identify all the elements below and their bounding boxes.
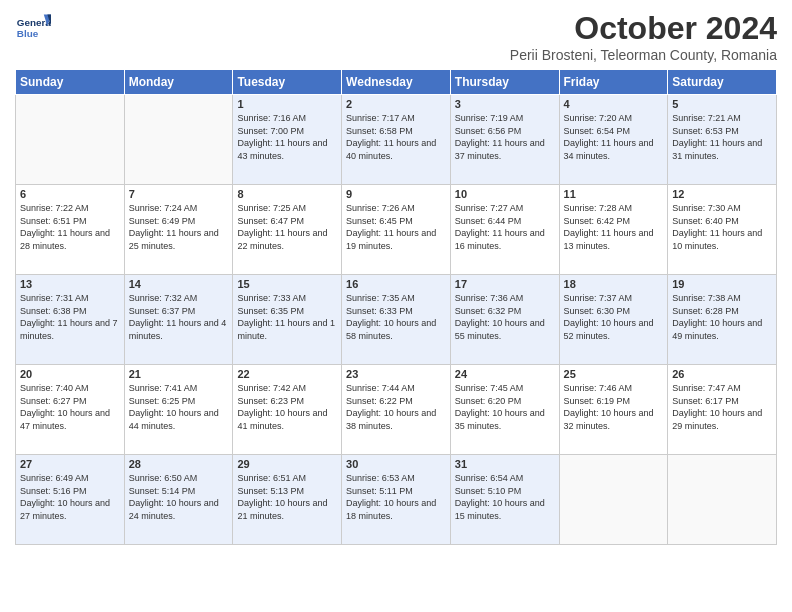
calendar: SundayMondayTuesdayWednesdayThursdayFrid… [15, 69, 777, 545]
calendar-cell: 27Sunrise: 6:49 AMSunset: 5:16 PMDayligh… [16, 455, 125, 545]
day-info: Sunrise: 6:54 AMSunset: 5:10 PMDaylight:… [455, 472, 555, 522]
day-info: Sunrise: 7:26 AMSunset: 6:45 PMDaylight:… [346, 202, 446, 252]
day-of-week-thursday: Thursday [450, 70, 559, 95]
calendar-week-row: 1Sunrise: 7:16 AMSunset: 7:00 PMDaylight… [16, 95, 777, 185]
day-info: Sunrise: 7:22 AMSunset: 6:51 PMDaylight:… [20, 202, 120, 252]
day-number: 10 [455, 188, 555, 200]
day-number: 26 [672, 368, 772, 380]
calendar-cell: 24Sunrise: 7:45 AMSunset: 6:20 PMDayligh… [450, 365, 559, 455]
calendar-cell [668, 455, 777, 545]
calendar-cell: 30Sunrise: 6:53 AMSunset: 5:11 PMDayligh… [342, 455, 451, 545]
day-info: Sunrise: 7:32 AMSunset: 6:37 PMDaylight:… [129, 292, 229, 342]
calendar-cell: 22Sunrise: 7:42 AMSunset: 6:23 PMDayligh… [233, 365, 342, 455]
day-info: Sunrise: 7:20 AMSunset: 6:54 PMDaylight:… [564, 112, 664, 162]
calendar-cell [124, 95, 233, 185]
day-info: Sunrise: 7:27 AMSunset: 6:44 PMDaylight:… [455, 202, 555, 252]
calendar-cell: 8Sunrise: 7:25 AMSunset: 6:47 PMDaylight… [233, 185, 342, 275]
day-number: 25 [564, 368, 664, 380]
calendar-cell: 28Sunrise: 6:50 AMSunset: 5:14 PMDayligh… [124, 455, 233, 545]
day-number: 12 [672, 188, 772, 200]
day-of-week-wednesday: Wednesday [342, 70, 451, 95]
day-info: Sunrise: 7:38 AMSunset: 6:28 PMDaylight:… [672, 292, 772, 342]
day-number: 20 [20, 368, 120, 380]
day-info: Sunrise: 7:17 AMSunset: 6:58 PMDaylight:… [346, 112, 446, 162]
day-info: Sunrise: 7:35 AMSunset: 6:33 PMDaylight:… [346, 292, 446, 342]
calendar-cell: 26Sunrise: 7:47 AMSunset: 6:17 PMDayligh… [668, 365, 777, 455]
calendar-cell: 9Sunrise: 7:26 AMSunset: 6:45 PMDaylight… [342, 185, 451, 275]
calendar-cell: 20Sunrise: 7:40 AMSunset: 6:27 PMDayligh… [16, 365, 125, 455]
day-info: Sunrise: 7:21 AMSunset: 6:53 PMDaylight:… [672, 112, 772, 162]
calendar-cell: 21Sunrise: 7:41 AMSunset: 6:25 PMDayligh… [124, 365, 233, 455]
day-number: 30 [346, 458, 446, 470]
day-of-week-sunday: Sunday [16, 70, 125, 95]
calendar-cell: 13Sunrise: 7:31 AMSunset: 6:38 PMDayligh… [16, 275, 125, 365]
calendar-cell: 29Sunrise: 6:51 AMSunset: 5:13 PMDayligh… [233, 455, 342, 545]
day-number: 22 [237, 368, 337, 380]
day-number: 3 [455, 98, 555, 110]
calendar-cell: 12Sunrise: 7:30 AMSunset: 6:40 PMDayligh… [668, 185, 777, 275]
calendar-week-row: 13Sunrise: 7:31 AMSunset: 6:38 PMDayligh… [16, 275, 777, 365]
day-number: 5 [672, 98, 772, 110]
calendar-cell [16, 95, 125, 185]
calendar-cell: 6Sunrise: 7:22 AMSunset: 6:51 PMDaylight… [16, 185, 125, 275]
day-info: Sunrise: 7:31 AMSunset: 6:38 PMDaylight:… [20, 292, 120, 342]
day-number: 2 [346, 98, 446, 110]
day-of-week-monday: Monday [124, 70, 233, 95]
subtitle: Perii Brosteni, Teleorman County, Romani… [510, 47, 777, 63]
day-header-row: SundayMondayTuesdayWednesdayThursdayFrid… [16, 70, 777, 95]
day-info: Sunrise: 7:46 AMSunset: 6:19 PMDaylight:… [564, 382, 664, 432]
calendar-cell: 10Sunrise: 7:27 AMSunset: 6:44 PMDayligh… [450, 185, 559, 275]
calendar-cell: 15Sunrise: 7:33 AMSunset: 6:35 PMDayligh… [233, 275, 342, 365]
calendar-cell: 5Sunrise: 7:21 AMSunset: 6:53 PMDaylight… [668, 95, 777, 185]
day-number: 31 [455, 458, 555, 470]
day-info: Sunrise: 7:28 AMSunset: 6:42 PMDaylight:… [564, 202, 664, 252]
calendar-cell: 14Sunrise: 7:32 AMSunset: 6:37 PMDayligh… [124, 275, 233, 365]
day-info: Sunrise: 7:37 AMSunset: 6:30 PMDaylight:… [564, 292, 664, 342]
day-number: 24 [455, 368, 555, 380]
calendar-body: 1Sunrise: 7:16 AMSunset: 7:00 PMDaylight… [16, 95, 777, 545]
day-number: 27 [20, 458, 120, 470]
day-info: Sunrise: 7:40 AMSunset: 6:27 PMDaylight:… [20, 382, 120, 432]
day-info: Sunrise: 7:42 AMSunset: 6:23 PMDaylight:… [237, 382, 337, 432]
calendar-cell: 23Sunrise: 7:44 AMSunset: 6:22 PMDayligh… [342, 365, 451, 455]
calendar-cell: 31Sunrise: 6:54 AMSunset: 5:10 PMDayligh… [450, 455, 559, 545]
calendar-cell: 1Sunrise: 7:16 AMSunset: 7:00 PMDaylight… [233, 95, 342, 185]
day-info: Sunrise: 6:49 AMSunset: 5:16 PMDaylight:… [20, 472, 120, 522]
day-number: 19 [672, 278, 772, 290]
day-info: Sunrise: 6:53 AMSunset: 5:11 PMDaylight:… [346, 472, 446, 522]
calendar-cell: 18Sunrise: 7:37 AMSunset: 6:30 PMDayligh… [559, 275, 668, 365]
day-number: 9 [346, 188, 446, 200]
day-number: 17 [455, 278, 555, 290]
day-number: 1 [237, 98, 337, 110]
calendar-cell: 7Sunrise: 7:24 AMSunset: 6:49 PMDaylight… [124, 185, 233, 275]
calendar-week-row: 20Sunrise: 7:40 AMSunset: 6:27 PMDayligh… [16, 365, 777, 455]
svg-text:Blue: Blue [17, 28, 39, 39]
day-info: Sunrise: 7:33 AMSunset: 6:35 PMDaylight:… [237, 292, 337, 342]
logo: General Blue [15, 10, 51, 46]
calendar-cell: 2Sunrise: 7:17 AMSunset: 6:58 PMDaylight… [342, 95, 451, 185]
day-number: 11 [564, 188, 664, 200]
day-of-week-tuesday: Tuesday [233, 70, 342, 95]
day-number: 14 [129, 278, 229, 290]
day-info: Sunrise: 7:19 AMSunset: 6:56 PMDaylight:… [455, 112, 555, 162]
day-number: 23 [346, 368, 446, 380]
calendar-cell [559, 455, 668, 545]
day-info: Sunrise: 7:24 AMSunset: 6:49 PMDaylight:… [129, 202, 229, 252]
day-number: 8 [237, 188, 337, 200]
calendar-header: SundayMondayTuesdayWednesdayThursdayFrid… [16, 70, 777, 95]
day-number: 6 [20, 188, 120, 200]
day-number: 15 [237, 278, 337, 290]
day-info: Sunrise: 6:51 AMSunset: 5:13 PMDaylight:… [237, 472, 337, 522]
day-info: Sunrise: 7:30 AMSunset: 6:40 PMDaylight:… [672, 202, 772, 252]
day-of-week-saturday: Saturday [668, 70, 777, 95]
day-info: Sunrise: 7:47 AMSunset: 6:17 PMDaylight:… [672, 382, 772, 432]
calendar-cell: 19Sunrise: 7:38 AMSunset: 6:28 PMDayligh… [668, 275, 777, 365]
day-info: Sunrise: 7:25 AMSunset: 6:47 PMDaylight:… [237, 202, 337, 252]
day-number: 28 [129, 458, 229, 470]
day-number: 4 [564, 98, 664, 110]
calendar-week-row: 27Sunrise: 6:49 AMSunset: 5:16 PMDayligh… [16, 455, 777, 545]
page: General Blue October 2024 Perii Brosteni… [0, 0, 792, 555]
day-number: 16 [346, 278, 446, 290]
calendar-cell: 3Sunrise: 7:19 AMSunset: 6:56 PMDaylight… [450, 95, 559, 185]
day-info: Sunrise: 7:44 AMSunset: 6:22 PMDaylight:… [346, 382, 446, 432]
